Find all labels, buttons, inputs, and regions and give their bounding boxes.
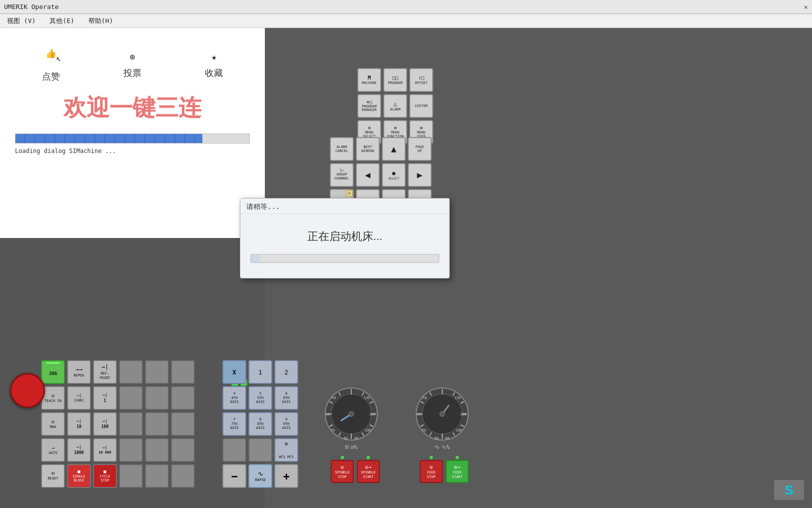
- btn-offset[interactable]: ↑□ OFFSET: [409, 68, 433, 92]
- svg-text:110: 110: [460, 412, 467, 416]
- btn-spindle-stop[interactable]: ⊙ SPINDLESTOP: [331, 460, 354, 483]
- empty-btn-2[interactable]: [145, 360, 169, 384]
- btn-axis-7[interactable]: 77THAXIS: [222, 412, 246, 436]
- btn-10[interactable]: →| 10: [67, 412, 91, 436]
- btn-axis-9[interactable]: 99THAXIS: [274, 412, 298, 436]
- btn-auto[interactable]: → AUTO: [41, 438, 65, 462]
- btn-wcs-mcs[interactable]: ⊕ WCS MCS: [274, 438, 298, 462]
- empty-btn-4[interactable]: [119, 386, 143, 410]
- btn-right[interactable]: ▶: [408, 163, 432, 187]
- feed-stop-group: ⊙ FEEDSTOP: [420, 456, 443, 483]
- btn-axis-4[interactable]: 44THAXIS: [222, 386, 246, 410]
- menu-help[interactable]: 帮助(H): [85, 16, 116, 26]
- btn-100[interactable]: →| 100: [93, 412, 117, 436]
- empty-btn-8[interactable]: [145, 412, 169, 436]
- empty-btn-12[interactable]: [171, 438, 195, 462]
- btn-reset[interactable]: ⟲ RESET: [41, 464, 65, 488]
- btn-cycle-stop[interactable]: ■ CYCLESTOP: [93, 464, 117, 488]
- empty-btn-13[interactable]: [119, 464, 143, 488]
- spindle-rate-dial[interactable]: 50 60 70 80 90 100 110 120: [415, 386, 470, 442]
- btn-1[interactable]: →| 1: [93, 386, 117, 410]
- btn-axis-6[interactable]: 66THAXIS: [274, 386, 298, 410]
- btn-machine[interactable]: M MACHINE: [357, 68, 381, 92]
- feed-rate-dial[interactable]: 50 60 70 80 90 100 110 120: [324, 386, 379, 442]
- axis-row-2: 44THAXIS 55THAXIS 66THAXIS: [222, 386, 298, 410]
- btn-program[interactable]: □□ PROGRAM: [383, 68, 407, 92]
- btn-feed-start[interactable]: ⊙→ FEEDSTART: [446, 460, 469, 483]
- axis-empty-2[interactable]: [248, 438, 272, 462]
- btn-axis-1[interactable]: 1: [248, 360, 272, 384]
- btn-select[interactable]: ●SELECT: [382, 163, 406, 187]
- btn-var[interactable]: →| [VAR]: [67, 386, 91, 410]
- emergency-stop-button[interactable]: [10, 373, 45, 408]
- btn-page-up[interactable]: PAGEUP: [408, 137, 432, 161]
- axis-row-4: ⊕ WCS MCS: [222, 438, 298, 462]
- menu-other[interactable]: 其他(E): [46, 16, 77, 26]
- btn-rapid[interactable]: ∿ RAPID: [248, 464, 272, 488]
- svg-text:120: 120: [364, 396, 370, 400]
- axis-row-1: X 1 2: [222, 360, 298, 384]
- btn-axis-8[interactable]: 88THAXIS: [248, 412, 272, 436]
- spindle-stop-group: ⊙ SPINDLESTOP: [331, 456, 354, 483]
- empty-btn-5[interactable]: [145, 386, 169, 410]
- menu-view[interactable]: 视图 (V): [4, 16, 38, 26]
- spindle-stop-led: [341, 456, 344, 459]
- btn-up[interactable]: ▲: [382, 137, 406, 161]
- btn-custom[interactable]: CUSTOM: [409, 94, 433, 118]
- btn-alarm-cancel[interactable]: ALARMCANCEL: [330, 137, 354, 161]
- svg-text:90: 90: [354, 436, 358, 440]
- empty-btn-10[interactable]: [119, 438, 143, 462]
- feed-dial-icon: ⊡: [345, 444, 349, 450]
- like-label: 点赞: [42, 70, 60, 82]
- btn-repos[interactable]: →→ REPOS: [67, 360, 91, 384]
- btn-plus[interactable]: +: [274, 464, 298, 488]
- btn-axis-5[interactable]: 55THAXIS: [248, 386, 272, 410]
- svg-text:100: 100: [456, 428, 462, 432]
- svg-text:100: 100: [365, 428, 371, 432]
- axis-empty-1[interactable]: [222, 438, 246, 462]
- btn-single-block[interactable]: ■ SINGLEBLOCK: [67, 464, 91, 488]
- svg-text:120: 120: [455, 396, 461, 400]
- btn-minus[interactable]: −: [222, 464, 246, 488]
- btn-1000[interactable]: →| 1000: [67, 438, 91, 462]
- empty-btn-9[interactable]: [171, 412, 195, 436]
- btn-ref-point[interactable]: →| REF.POINT: [93, 360, 117, 384]
- close-button[interactable]: ×: [804, 3, 808, 11]
- menu-bar: 视图 (V) 其他(E) 帮助(H): [0, 14, 812, 28]
- btn-alarm[interactable]: △ ALARM: [383, 94, 407, 118]
- svg-point-47: [440, 412, 445, 416]
- empty-btn-3[interactable]: [171, 360, 195, 384]
- modal-body-text: 正在启动机床...: [250, 229, 439, 244]
- modal-title-text: 请稍等...: [246, 202, 280, 210]
- modal-title-bar: 请稍等...: [240, 198, 449, 214]
- modal-progress-container: [250, 254, 439, 263]
- svg-text:70: 70: [422, 428, 426, 432]
- blank-row-3: [119, 412, 195, 436]
- btn-next-window[interactable]: NEXTWINDOW: [356, 137, 380, 161]
- promo-progress-fill: [15, 134, 202, 143]
- empty-btn-11[interactable]: [145, 438, 169, 462]
- btn-feed-stop[interactable]: ⊙ FEEDSTOP: [420, 460, 443, 483]
- svg-text:80: 80: [344, 436, 348, 440]
- empty-btn-15[interactable]: [171, 464, 195, 488]
- btn-mda[interactable]: ⊙ MDA: [41, 412, 65, 436]
- modal-body: 正在启动机床...: [240, 214, 449, 278]
- btn-10000[interactable]: →| 10 000: [93, 438, 117, 462]
- empty-btn-14[interactable]: [145, 464, 169, 488]
- feed-ctrl-area: ⊙ FEEDSTOP ⊙→ FEEDSTART: [420, 456, 469, 483]
- empty-btn-7[interactable]: [119, 412, 143, 436]
- btn-group-channel[interactable]: 1→GROUPCHANNEL: [330, 163, 354, 187]
- empty-btn-1[interactable]: [119, 360, 143, 384]
- title-bar: UMERIK Operate ×: [0, 0, 812, 14]
- btn-axis-2[interactable]: 2: [274, 360, 298, 384]
- btn-program-manager[interactable]: ≡□ PROGRAMMANAGER: [357, 94, 381, 118]
- feed-start-led: [456, 456, 459, 459]
- empty-btn-6[interactable]: [171, 386, 195, 410]
- axis-row-3: 77THAXIS 88THAXIS 99THAXIS: [222, 412, 298, 436]
- spindle-dial-area: 50 60 70 80 90 100 110 120 ∿ ∿%: [415, 386, 470, 450]
- btn-axis-x[interactable]: X: [222, 360, 246, 384]
- btn-spindle-start[interactable]: ⊙→ SPINDLESTART: [357, 460, 380, 483]
- loading-text: Loading dialog SIMachine ...: [15, 148, 250, 154]
- btn-left[interactable]: ◀: [356, 163, 380, 187]
- blank-row-1: [119, 360, 195, 384]
